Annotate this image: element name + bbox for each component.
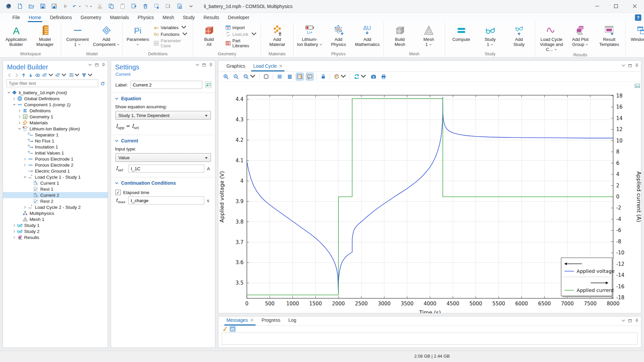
parameters-button[interactable]: PiParameters xyxy=(125,23,151,47)
add-material-button[interactable]: AddMaterial xyxy=(263,23,291,47)
minimize-button[interactable] xyxy=(588,0,606,13)
menu-tab-results[interactable]: Results xyxy=(199,13,224,22)
input-type-select[interactable]: Value xyxy=(115,153,211,162)
graphics-tab-load-cycle[interactable]: Load Cycle xyxy=(250,61,286,71)
iset-input[interactable] xyxy=(128,165,204,173)
equation-study-select[interactable]: Study 1, Time Dependent xyxy=(115,111,211,120)
menu-tab-geometry[interactable]: Geometry xyxy=(76,13,105,22)
annotation-button[interactable] xyxy=(306,73,313,80)
menu-tab-mesh[interactable]: Mesh xyxy=(158,13,178,22)
functions-button[interactable]: f(x)Functions xyxy=(154,32,190,37)
chevron-expanded-icon[interactable] xyxy=(22,176,27,179)
pin-panel-icon[interactable] xyxy=(635,63,639,68)
tree-item-rest-2[interactable]: Rest 2 xyxy=(3,198,108,204)
tree-item-electric-ground-1[interactable]: Electric Ground 1 xyxy=(3,168,108,174)
chevron-collapsed-icon[interactable] xyxy=(17,121,22,124)
printer-button[interactable] xyxy=(380,73,387,80)
image-snapshot-icon[interactable] xyxy=(635,83,640,89)
mb-up-button[interactable] xyxy=(21,73,26,78)
collapse-panel-icon[interactable] xyxy=(621,63,626,68)
mb-fwd-button[interactable] xyxy=(14,73,19,78)
duplicate-icon[interactable] xyxy=(129,2,138,11)
menu-tab-developer[interactable]: Developer xyxy=(224,13,254,22)
tree-filter-input[interactable] xyxy=(6,79,98,87)
tree-item-load-cycle-1-study-1[interactable]: *Load Cycle 1 - Study 1 xyxy=(3,174,108,180)
menu-tab-materials[interactable]: Materials xyxy=(106,13,133,22)
msg-window-button[interactable] xyxy=(230,326,235,331)
overflow-icon[interactable] xyxy=(186,2,195,11)
tree-item-study-1[interactable]: Study 1 xyxy=(3,222,108,228)
float-panel-icon[interactable] xyxy=(628,318,632,323)
parameter-case-button[interactable]: PiParameter Case xyxy=(154,38,190,48)
compute-button[interactable]: Compute xyxy=(447,23,475,42)
float-panel-icon[interactable] xyxy=(202,63,206,67)
tree-item-global-definitions[interactable]: Global Definitions xyxy=(3,96,108,102)
tree-item-geometry-1[interactable]: AGeometry 1 xyxy=(3,114,108,120)
build-all-button[interactable]: BuildAll xyxy=(195,23,222,47)
extents-button[interactable] xyxy=(263,73,270,80)
add-mathematics-button[interactable]: ΔUAddMathematics xyxy=(353,23,381,47)
tree-item-no-flux-1[interactable]: DNo Flux 1 xyxy=(3,138,108,144)
menu-tab-study[interactable]: Study xyxy=(178,13,199,22)
rename-button[interactable] xyxy=(205,81,212,88)
paste-icon[interactable] xyxy=(118,2,127,11)
chevron-down-icon[interactable] xyxy=(90,4,93,9)
result-templates-button[interactable]: ResultTemplates xyxy=(595,23,623,47)
tree-item-results[interactable]: Results xyxy=(3,234,108,240)
maximize-button[interactable] xyxy=(606,0,625,13)
broom-button[interactable] xyxy=(222,326,227,331)
run-icon[interactable] xyxy=(61,2,70,11)
tree-item-component-1[interactable]: Component 1(comp 1) xyxy=(3,102,108,108)
zoom-out-button[interactable] xyxy=(232,73,239,80)
chevron-collapsed-icon[interactable] xyxy=(17,109,22,112)
chevron-collapsed-icon[interactable] xyxy=(17,115,22,118)
pin-panel-icon[interactable] xyxy=(209,63,213,67)
float-panel-icon[interactable] xyxy=(628,63,632,68)
palette-button[interactable] xyxy=(333,73,347,80)
tree-item-current-2[interactable]: Current 2 xyxy=(3,192,108,198)
import-button[interactable]: Import xyxy=(225,25,257,30)
plot-canvas[interactable]: 0500100015002000250030003500400045005000… xyxy=(218,82,641,313)
load-cycle-voltage-and-c-button[interactable]: Load CycleVoltage and C... xyxy=(537,23,566,52)
lithium-ion-battery-button[interactable]: Li+Lithium-Ion Battery xyxy=(296,23,324,47)
filter-refresh-icon[interactable] xyxy=(100,81,105,86)
tree-item-separator-1[interactable]: DSeparator 1 xyxy=(3,132,108,138)
chevron-collapsed-icon[interactable] xyxy=(12,97,16,100)
grid-xy-button[interactable] xyxy=(286,73,293,80)
chevron-down-icon[interactable] xyxy=(78,4,81,9)
messages-tab-log[interactable]: Log xyxy=(285,315,300,325)
tree-item-lithium-ion-battery[interactable]: Li+Lithium-Ion Battery(liion) xyxy=(3,126,108,132)
mesh-1-button[interactable]: Mesh1 xyxy=(415,23,443,47)
tree-item-current-1[interactable]: Current 1 xyxy=(3,180,108,186)
save-icon[interactable] xyxy=(38,2,47,11)
chevron-expanded-icon[interactable] xyxy=(12,103,16,106)
mb-expand-button[interactable] xyxy=(42,73,53,78)
mb-filter-button[interactable] xyxy=(82,73,93,78)
tree-item-definitions[interactable]: Definitions xyxy=(3,108,108,114)
tree-item-initial-values-1[interactable]: DInitial Values 1 xyxy=(3,150,108,156)
tree-item-materials[interactable]: Materials xyxy=(3,120,108,126)
clear-selection-icon[interactable] xyxy=(164,2,172,11)
collapse-panel-icon[interactable] xyxy=(621,318,626,323)
elapsed-time-checkbox[interactable]: ✓ xyxy=(115,190,121,195)
livelink-button[interactable]: LiveLink xyxy=(225,32,257,37)
chevron-collapsed-icon[interactable] xyxy=(12,230,16,233)
messages-tab-progress[interactable]: Progress xyxy=(258,315,284,325)
pin-panel-icon[interactable] xyxy=(635,318,639,323)
add-component-button[interactable]: AddComponent xyxy=(92,23,120,47)
copy-icon[interactable] xyxy=(107,2,115,11)
tree-item-porous-electrode-1[interactable]: Porous Electrode 1 xyxy=(3,156,108,162)
close-tab-icon[interactable] xyxy=(279,64,282,68)
build-mesh-button[interactable]: BuildMesh xyxy=(386,23,414,47)
chevron-expanded-icon[interactable] xyxy=(17,127,22,130)
tree-item-study-2[interactable]: Study 2 xyxy=(3,228,108,234)
pin-panel-icon[interactable] xyxy=(101,63,106,67)
variables-button[interactable]: a=Variables xyxy=(154,25,190,30)
mb-down-button[interactable] xyxy=(28,73,33,78)
open-icon[interactable] xyxy=(27,2,36,11)
collapse-panel-icon[interactable] xyxy=(195,63,200,67)
help-icon[interactable]: ? xyxy=(635,14,641,21)
delete-icon[interactable] xyxy=(141,2,150,11)
mb-collapse-button[interactable] xyxy=(55,73,66,78)
chevron-collapsed-icon[interactable] xyxy=(22,158,27,161)
